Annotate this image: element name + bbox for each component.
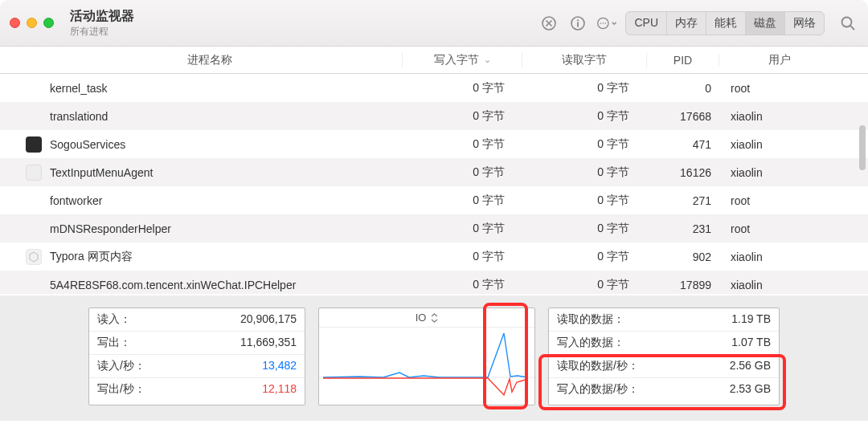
maximize-button[interactable] [43,18,54,28]
read-bytes: 0 字节 [522,137,647,152]
sort-indicator-icon: ⌄ [484,55,491,65]
process-name: fontworker [50,194,402,207]
table-row[interactable]: translationd0 字节0 字节17668xiaolin [0,102,868,130]
process-name: 5A4RE8SF68.com.tencent.xinWeChat.IPCHelp… [50,279,402,291]
stat-label: 读入： [97,312,131,327]
process-table: 进程名称 写入字节 ⌄ 读取字节 PID 用户 kernel_task0 字节0… [0,47,868,294]
stat-line: 读入：20,906,175 [89,308,305,332]
graph-mode-selector[interactable]: IO [319,308,534,328]
tab-disk[interactable]: 磁盘 [746,12,785,35]
table-row[interactable]: SogouServices0 字节0 字节471xiaolin [0,130,868,158]
stat-line: 写入的数据：1.07 TB [549,332,779,355]
tab-cpu[interactable]: CPU [626,12,667,35]
stat-line: 读取的数据/秒：2.56 GB [549,355,779,378]
read-bytes: 0 字节 [522,250,647,264]
stat-label: 写入的数据/秒： [557,382,639,397]
table-row[interactable]: TextInputMenuAgent0 字节0 字节16126xiaolin [0,158,868,186]
stat-label: 写出： [97,336,131,350]
pid: 16126 [647,166,719,179]
process-name: translationd [50,110,402,123]
user: xiaolin [719,110,840,123]
stat-label: 写入的数据： [557,336,624,350]
stat-value: 1.19 TB [731,312,771,327]
process-name: Typora 网页内容 [50,250,402,264]
write-bytes: 0 字节 [402,222,522,236]
svg-point-10 [842,17,852,26]
read-bytes: 0 字节 [522,193,647,208]
stat-line: 写出/秒：12,118 [89,378,305,401]
write-bytes: 0 字节 [402,193,522,208]
col-name[interactable]: 进程名称 [0,53,402,67]
more-button[interactable] [596,13,617,34]
read-bytes: 0 字节 [522,109,647,124]
io-graph: IO [318,308,535,405]
stat-value: 2.53 GB [730,382,771,397]
col-user[interactable]: 用户 [719,53,840,67]
user: root [719,222,840,235]
table-row[interactable]: Typora 网页内容0 字节0 字节902xiaolin [0,242,868,271]
pid: 271 [647,194,719,207]
write-bytes: 0 字节 [402,165,522,180]
tab-memory[interactable]: 内存 [667,12,706,35]
process-name: TextInputMenuAgent [50,166,402,179]
stat-line: 写入的数据/秒：2.53 GB [549,378,779,401]
stat-value: 20,906,175 [240,312,297,327]
user: xiaolin [719,279,840,291]
read-bytes: 0 字节 [522,222,647,236]
svg-point-4 [577,19,579,21]
svg-line-11 [850,26,854,30]
stat-line: 写出：11,669,351 [89,332,305,355]
minimize-button[interactable] [27,18,37,28]
process-name: kernel_task [50,82,402,95]
vertical-scrollbar[interactable] [859,125,866,170]
stat-value: 13,482 [262,359,297,373]
view-tabs: CPU 内存 能耗 磁盘 网络 [625,11,825,35]
titlebar: 活动监视器 所有进程 CPU 内存 能耗 磁盘 网络 [0,0,868,47]
stat-label: 写出/秒： [97,382,145,397]
user: root [719,82,840,95]
search-button[interactable] [837,13,858,34]
stepper-icon [431,313,438,323]
col-write-bytes-label: 写入字节 [434,53,479,67]
write-bytes: 0 字节 [402,137,522,152]
pid: 231 [647,222,719,235]
tab-network[interactable]: 网络 [785,12,824,35]
stat-line: 读入/秒：13,482 [89,355,305,378]
stat-value: 11,669,351 [240,336,297,350]
svg-point-7 [600,22,602,24]
close-button[interactable] [10,18,20,28]
stat-label: 读入/秒： [97,359,145,373]
footer-panel: 读入：20,906,175写出：11,669,351读入/秒：13,482写出/… [0,295,868,421]
user: xiaolin [719,166,840,179]
io-stats-left: 读入：20,906,175写出：11,669,351读入/秒：13,482写出/… [88,308,305,405]
col-write-bytes[interactable]: 写入字节 ⌄ [402,53,522,67]
read-bytes: 0 字节 [522,81,647,96]
table-row[interactable]: kernel_task0 字节0 字节0root [0,74,868,102]
window-controls [10,18,54,28]
process-name: SogouServices [50,138,402,151]
app-icon [26,249,42,265]
stat-value: 12,118 [262,382,297,397]
chevron-down-icon [611,19,617,27]
stat-label: 读取的数据/秒： [557,359,639,373]
table-row[interactable]: 5A4RE8SF68.com.tencent.xinWeChat.IPCHelp… [0,271,868,294]
window-title: 活动监视器 [70,8,134,25]
tab-energy[interactable]: 能耗 [706,12,746,35]
table-row[interactable]: fontworker0 字节0 字节271root [0,186,868,214]
read-bytes: 0 字节 [522,165,647,180]
col-pid[interactable]: PID [647,54,719,67]
stat-value: 1.07 TB [731,336,771,350]
stop-process-button[interactable] [538,13,559,34]
window-subtitle: 所有进程 [70,25,134,39]
pid: 471 [647,138,719,151]
pid: 17899 [647,279,719,291]
stat-label: 读取的数据： [557,312,624,327]
info-button[interactable] [567,13,588,34]
svg-point-9 [605,22,607,24]
app-icon [26,136,42,153]
pid: 17668 [647,110,719,123]
col-read-bytes[interactable]: 读取字节 [522,53,647,67]
table-row[interactable]: mDNSResponderHelper0 字节0 字节231root [0,214,868,242]
process-name: mDNSResponderHelper [50,222,402,235]
svg-point-8 [603,22,604,24]
